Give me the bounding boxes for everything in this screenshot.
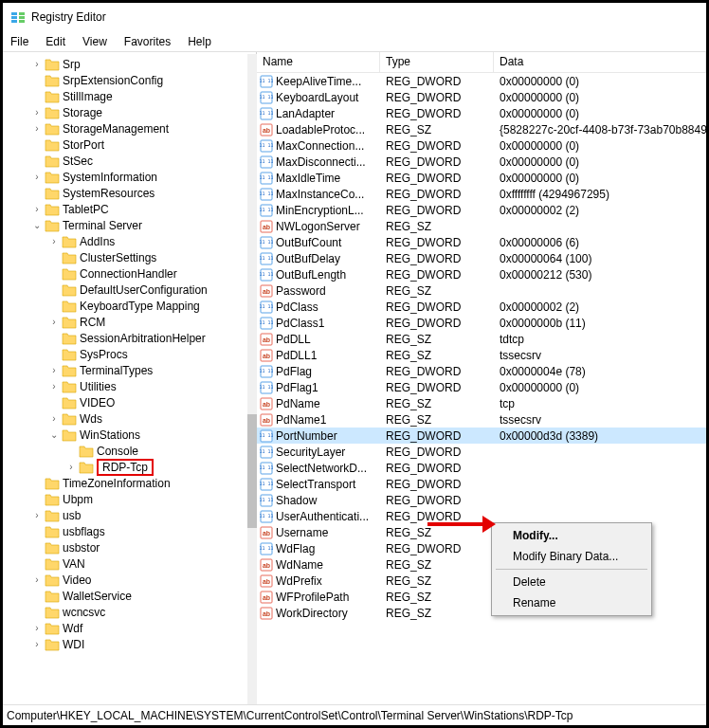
col-header-type[interactable]: Type: [380, 52, 494, 72]
tree-pane[interactable]: SrpSrpExtensionConfigStillImageStorageSt…: [3, 52, 257, 704]
list-row[interactable]: abPdNameREG_SZtcp: [257, 395, 706, 411]
chevron-right-icon[interactable]: [31, 172, 43, 182]
list-row[interactable]: 011 110PdFlag1REG_DWORD0x00000000 (0): [257, 379, 706, 395]
tree-item[interactable]: Utilities: [31, 378, 256, 394]
tree-item[interactable]: RCM: [31, 314, 256, 330]
list-row[interactable]: 011 110PortNumberREG_DWORD0x00000d3d (33…: [257, 428, 706, 444]
tree-item[interactable]: VAN: [31, 555, 256, 572]
cell-data: 0x00000000 (0): [494, 155, 706, 169]
list-row[interactable]: 011 110LanAdapterREG_DWORD0x00000000 (0): [257, 105, 706, 121]
tree-item[interactable]: wcncsvc: [31, 604, 256, 620]
list-row[interactable]: 011 110KeyboardLayoutREG_DWORD0x00000000…: [257, 89, 706, 105]
tree-item[interactable]: usb: [31, 507, 256, 523]
tree-item[interactable]: StSec: [31, 153, 256, 169]
tree-item[interactable]: Storage: [31, 104, 256, 120]
list-row[interactable]: 011 110PdFlagREG_DWORD0x0000004e (78): [257, 363, 706, 379]
menu-view[interactable]: View: [82, 35, 107, 48]
cell-data: 0x00000002 (2): [494, 204, 706, 217]
list-row[interactable]: abPasswordREG_SZ: [257, 282, 706, 299]
tree-item[interactable]: WalletService: [31, 588, 256, 604]
list-row[interactable]: 011 110SecurityLayerREG_DWORD: [257, 444, 706, 460]
chevron-down-icon[interactable]: [48, 429, 60, 440]
menu-item-delete[interactable]: Delete: [494, 572, 649, 592]
chevron-right-icon[interactable]: [31, 623, 43, 633]
tree-item[interactable]: Ubpm: [31, 491, 256, 507]
tree-item[interactable]: StillImage: [31, 88, 256, 104]
tree-item[interactable]: Wdf: [31, 620, 256, 636]
tree-item[interactable]: SessionArbitrationHelper: [31, 330, 256, 346]
tree-item[interactable]: ClusterSettings: [31, 249, 256, 265]
tree-item[interactable]: SrpExtensionConfig: [31, 72, 256, 88]
chevron-right-icon[interactable]: [31, 59, 43, 69]
tree-item[interactable]: StorPort: [31, 136, 256, 153]
tree-item[interactable]: SystemResources: [31, 185, 256, 201]
menu-edit[interactable]: Edit: [45, 35, 65, 48]
list-row[interactable]: 011 110OutBufDelayREG_DWORD0x00000064 (1…: [257, 250, 706, 266]
tree-item[interactable]: WDI: [31, 636, 256, 652]
list-row[interactable]: abLoadableProtoc...REG_SZ{5828227c-20cf-…: [257, 121, 706, 137]
tree-item[interactable]: WinStations: [31, 427, 256, 443]
chevron-right-icon[interactable]: [31, 574, 43, 585]
chevron-right-icon[interactable]: [48, 413, 60, 424]
menu-favorites[interactable]: Favorites: [124, 35, 171, 48]
menu-item-rename[interactable]: Rename: [494, 592, 649, 613]
list-row[interactable]: 011 110MaxInstanceCo...REG_DWORD0xffffff…: [257, 186, 706, 202]
tree-item[interactable]: StorageManagement: [31, 120, 256, 136]
tree-item[interactable]: Srp: [31, 56, 256, 72]
chevron-down-icon[interactable]: [31, 220, 43, 230]
list-row[interactable]: 011 110MaxDisconnecti...REG_DWORD0x00000…: [257, 154, 706, 170]
chevron-right-icon[interactable]: [31, 123, 43, 134]
list-row[interactable]: abPdName1REG_SZtssecsrv: [257, 411, 706, 428]
tree-item[interactable]: usbstor: [31, 539, 256, 555]
tree-item[interactable]: SysProcs: [31, 346, 256, 362]
tree-item[interactable]: DefaultUserConfiguration: [31, 282, 256, 298]
list-row[interactable]: 011 110KeepAliveTime...REG_DWORD0x000000…: [257, 73, 706, 89]
tree-item[interactable]: Terminal Server: [31, 217, 256, 233]
list-row[interactable]: abPdDLLREG_SZtdtcp: [257, 331, 706, 347]
tree-scrollbar[interactable]: [247, 54, 257, 708]
menu-help[interactable]: Help: [188, 35, 211, 48]
list-row[interactable]: 011 110ShadowREG_DWORD: [257, 492, 706, 508]
tree-item[interactable]: usbflags: [31, 523, 256, 539]
tree-item[interactable]: TabletPC: [31, 201, 256, 217]
tree-item[interactable]: KeyboardType Mapping: [31, 298, 256, 314]
tree-item-label: StorageManagement: [63, 122, 169, 136]
menu-item-modify[interactable]: Modify...: [494, 525, 649, 546]
list-row[interactable]: 011 110PdClassREG_DWORD0x00000002 (2): [257, 299, 706, 315]
tree-item[interactable]: Video: [31, 572, 256, 588]
chevron-right-icon[interactable]: [65, 462, 77, 472]
chevron-right-icon[interactable]: [48, 365, 60, 375]
list-row[interactable]: 011 110MaxConnection...REG_DWORD0x000000…: [257, 137, 706, 154]
tree-item[interactable]: Console: [31, 443, 256, 459]
chevron-right-icon[interactable]: [31, 510, 43, 520]
menu-item-modify-binary[interactable]: Modify Binary Data...: [494, 546, 649, 567]
list-row[interactable]: 011 110SelectTransportREG_DWORD: [257, 476, 706, 492]
list-row[interactable]: abNWLogonServerREG_SZ: [257, 218, 706, 234]
tree-item[interactable]: TimeZoneInformation: [31, 475, 256, 491]
chevron-right-icon[interactable]: [48, 236, 60, 246]
chevron-right-icon[interactable]: [31, 204, 43, 214]
tree-item[interactable]: VIDEO: [31, 394, 256, 410]
list-row[interactable]: 011 110MaxIdleTimeREG_DWORD0x00000000 (0…: [257, 170, 706, 186]
list-row[interactable]: abPdDLL1REG_SZtssecsrv: [257, 347, 706, 363]
chevron-right-icon[interactable]: [31, 107, 43, 118]
tree-item[interactable]: Wds: [31, 410, 256, 427]
tree-item[interactable]: RDP-Tcp: [31, 459, 256, 475]
list-row[interactable]: 011 110OutBufLengthREG_DWORD0x00000212 (…: [257, 266, 706, 282]
col-header-name[interactable]: Name: [257, 52, 380, 72]
list-row[interactable]: 011 110SelectNetworkD...REG_DWORD: [257, 460, 706, 476]
tree-scrollbar-thumb[interactable]: [247, 414, 257, 528]
tree-item[interactable]: AddIns: [31, 233, 256, 249]
chevron-right-icon[interactable]: [31, 639, 43, 649]
col-header-data[interactable]: Data: [494, 52, 706, 72]
tree-item[interactable]: ConnectionHandler: [31, 265, 256, 282]
chevron-right-icon[interactable]: [48, 317, 60, 327]
tree-item[interactable]: SystemInformation: [31, 169, 256, 185]
tree-item[interactable]: TerminalTypes: [31, 362, 256, 378]
chevron-right-icon[interactable]: [48, 381, 60, 391]
menu-file[interactable]: File: [10, 35, 28, 48]
list-row[interactable]: 011 110MinEncryptionL...REG_DWORD0x00000…: [257, 202, 706, 218]
cell-name: 011 110OutBufDelay: [257, 252, 380, 265]
list-row[interactable]: 011 110PdClass1REG_DWORD0x0000000b (11): [257, 315, 706, 331]
list-row[interactable]: 011 110OutBufCountREG_DWORD0x00000006 (6…: [257, 234, 706, 250]
